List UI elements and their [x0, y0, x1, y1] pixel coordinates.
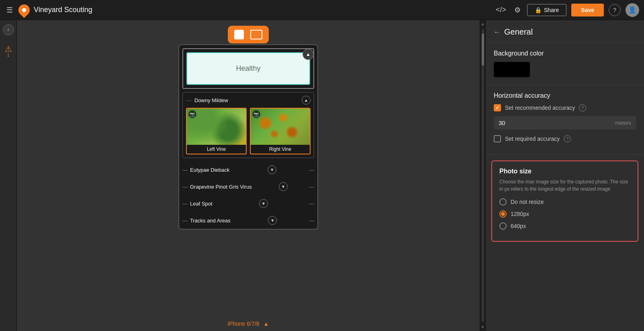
- scroll-up-button[interactable]: ▲: [303, 49, 314, 60]
- eutypae-label: Eutypae Dieback: [190, 167, 229, 173]
- no-resize-option[interactable]: Do not resize: [499, 198, 630, 206]
- photo-card-1: 📷 Left Vine: [186, 108, 247, 154]
- 1280px-option[interactable]: 1280px: [499, 210, 630, 218]
- required-accuracy-row: Set required accuracy ?: [494, 135, 636, 142]
- photo-card-2: 📷 Right Vine: [250, 108, 311, 154]
- code-button[interactable]: </>: [494, 4, 508, 16]
- warning-count: 1: [7, 53, 10, 58]
- back-button[interactable]: ←: [494, 29, 500, 36]
- right-panel: ← General Background color Horizontal ac…: [485, 20, 644, 331]
- canvas-area: ▲ Healthy — Downy Mildew ▲: [17, 20, 480, 331]
- dash-pinot: —: [182, 184, 188, 190]
- photo-size-title: Photo size: [499, 168, 630, 175]
- healthy-card: Healthy: [186, 52, 310, 85]
- photo-thumb-1: 📷: [187, 109, 246, 145]
- phone-icon: [234, 30, 244, 39]
- photo-thumb-2: 📷: [251, 109, 310, 145]
- scroll-track[interactable]: [482, 29, 484, 322]
- device-label: iPhone 6/7/8: [228, 321, 260, 327]
- recommended-accuracy-checkbox[interactable]: ✓: [494, 104, 501, 111]
- dash-eutypae: —: [182, 167, 188, 173]
- photo-size-desc: Choose the max image size for the captur…: [499, 178, 630, 193]
- topbar-right: </> ⚙ 🔒 Share Save ? 👤: [494, 3, 639, 17]
- tracks-label: Tracks and Areas: [190, 218, 231, 224]
- downy-mildew-header: — Downy Mildew ▲: [186, 96, 311, 105]
- collapse-button[interactable]: ‹: [3, 24, 14, 35]
- photo-label-1: Left Vine: [187, 145, 246, 154]
- panel-title: General: [504, 27, 533, 37]
- save-button[interactable]: Save: [571, 4, 604, 16]
- dash-right-pinot: —: [309, 184, 314, 190]
- pinot-expand-button[interactable]: ▼: [279, 182, 288, 191]
- 1280px-label: 1280px: [511, 211, 529, 217]
- downy-mildew-section: — Downy Mildew ▲ 📷 Left Vine: [182, 92, 314, 158]
- required-accuracy-help-button[interactable]: ?: [564, 135, 571, 142]
- no-resize-radio[interactable]: [499, 198, 507, 206]
- app-title: Vineyard Scouting: [34, 6, 92, 14]
- device-chevron-up-icon: ▲: [263, 321, 269, 327]
- accuracy-unit: meters: [615, 120, 631, 126]
- dash-tracks: —: [182, 218, 188, 224]
- camera-icon-2: 📷: [252, 110, 260, 118]
- warning-icon: ⚠: [5, 45, 12, 53]
- eutypae-expand-button[interactable]: ▼: [268, 165, 276, 174]
- avatar[interactable]: 👤: [626, 3, 639, 17]
- phone-device-button[interactable]: [233, 28, 245, 41]
- panel-header: ← General: [486, 20, 644, 43]
- dash-left: —: [186, 97, 191, 103]
- device-selector-bar: [228, 26, 269, 43]
- phone-content: ▲ Healthy — Downy Mildew ▲: [179, 48, 317, 229]
- photo-label-2: Right Vine: [251, 145, 310, 154]
- leafspot-expand-button[interactable]: ▼: [259, 199, 268, 208]
- warning-badge: ⚠ 1: [5, 45, 12, 58]
- lock-icon: 🔒: [535, 7, 542, 13]
- eutypae-item[interactable]: — Eutypae Dieback ▼ —: [179, 161, 317, 178]
- horizontal-accuracy-section: Horizontal accuracy ✓ Set recommended ac…: [486, 85, 644, 155]
- device-label-bar: iPhone 6/7/8 ▲: [228, 321, 269, 327]
- 1280px-radio-fill: [501, 212, 505, 216]
- background-color-section: Background color: [486, 43, 644, 85]
- leaf-spot-item[interactable]: — Leaf Spot ▼ —: [179, 195, 317, 212]
- photo-cards: 📷 Left Vine 📷 Right Vine: [186, 108, 311, 154]
- bg-color-label: Background color: [494, 50, 636, 57]
- 640px-radio[interactable]: [499, 222, 507, 230]
- camera-icon-1: 📷: [188, 110, 196, 118]
- tablet-device-button[interactable]: [249, 28, 264, 41]
- leaf-spot-label: Leaf Spot: [190, 201, 213, 207]
- left-sidebar: ‹ ⚠ 1: [0, 20, 17, 331]
- h-accuracy-label: Horizontal accuracy: [494, 92, 636, 99]
- bg-color-swatch[interactable]: [494, 62, 530, 77]
- pinot-label: Grapevine Pinot Gris Virus: [190, 184, 252, 190]
- help-button[interactable]: ?: [609, 4, 621, 16]
- scroll-thumb[interactable]: [482, 33, 484, 66]
- pinot-item[interactable]: — Grapevine Pinot Gris Virus ▼ —: [179, 178, 317, 195]
- recommended-accuracy-label: Set recommended accuracy: [505, 105, 575, 111]
- checkmark-icon: ✓: [495, 105, 499, 111]
- accuracy-value-input[interactable]: [499, 119, 615, 126]
- canvas-scrollbar: ▲ ▼: [480, 20, 485, 331]
- 1280px-radio[interactable]: [499, 210, 507, 218]
- downy-collapse-button[interactable]: ▲: [302, 96, 311, 105]
- main-content: ‹ ⚠ 1 ▲ Healthy: [0, 20, 644, 331]
- dash-right-tracks: —: [309, 218, 314, 224]
- share-button[interactable]: 🔒 Share: [527, 4, 566, 16]
- topbar: ☰ Vineyard Scouting </> ⚙ 🔒 Share Save ?…: [0, 0, 644, 20]
- healthy-section: ▲ Healthy: [182, 48, 314, 89]
- dash-leafspot: —: [182, 201, 188, 207]
- dash-right-eutypae: —: [309, 167, 314, 173]
- settings-button[interactable]: ⚙: [513, 4, 522, 16]
- required-accuracy-label: Set required accuracy: [505, 136, 560, 142]
- 640px-option[interactable]: 640px: [499, 222, 630, 230]
- tracks-item[interactable]: — Tracks and Areas ▼ —: [179, 212, 317, 229]
- accuracy-input-row: meters: [494, 116, 636, 130]
- tracks-expand-button[interactable]: ▼: [268, 216, 277, 225]
- downy-mildew-label: Downy Mildew: [194, 97, 228, 103]
- menu-button[interactable]: ☰: [5, 4, 14, 16]
- required-accuracy-checkbox[interactable]: [494, 135, 501, 142]
- tablet-icon: [250, 30, 262, 39]
- 640px-label: 640px: [511, 223, 526, 229]
- no-resize-label: Do not resize: [511, 199, 544, 205]
- photo-size-section: Photo size Choose the max image size for…: [491, 160, 638, 242]
- recommended-accuracy-row: ✓ Set recommended accuracy ?: [494, 104, 636, 111]
- recommended-accuracy-help-button[interactable]: ?: [579, 104, 586, 111]
